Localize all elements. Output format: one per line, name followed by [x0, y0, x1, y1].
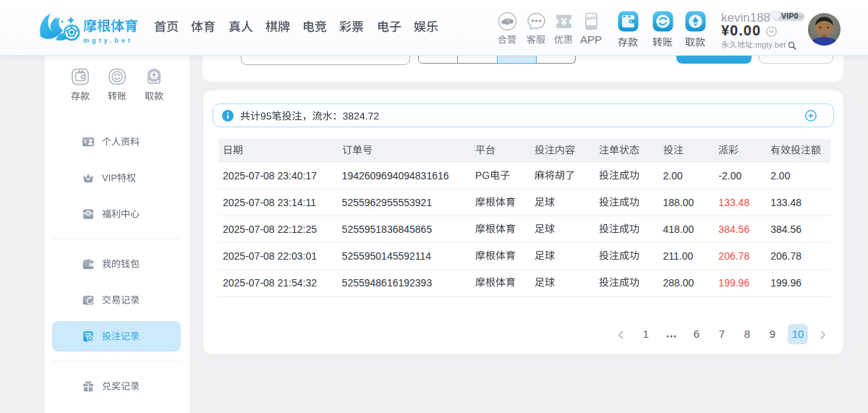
- svg-text:¥: ¥: [561, 15, 567, 27]
- svg-text:VIP0: VIP0: [781, 12, 799, 20]
- svg-text:APP: APP: [586, 16, 596, 21]
